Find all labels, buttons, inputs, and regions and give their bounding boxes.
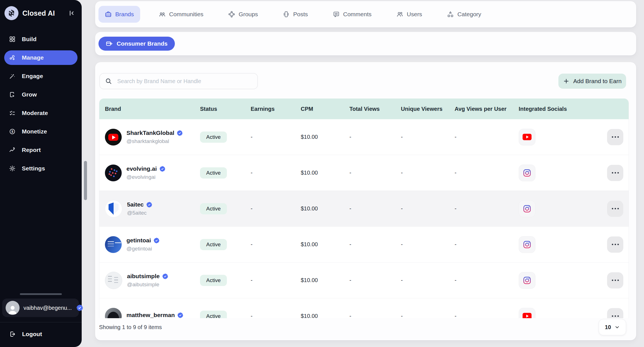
row-actions-button[interactable] <box>607 272 623 289</box>
table-row: SharkTankGlobal @sharktankglobal Active … <box>99 119 629 155</box>
unique-viewers-value: - <box>400 170 454 176</box>
sidebar-nav: Build Manage Engage Grow Moderate $ Mone… <box>0 32 82 176</box>
verified-badge-icon <box>76 304 83 311</box>
status-badge: Active <box>200 203 227 214</box>
cpm-value: $10.00 <box>300 277 349 283</box>
top-tabs-bar: Brands Communities Groups Posts Comments… <box>95 1 636 27</box>
logout-icon <box>9 331 16 337</box>
tab-category[interactable]: Category <box>441 6 487 23</box>
sidebar-item-manage[interactable]: Manage <box>4 50 77 65</box>
column-header-earnings: Earnings <box>250 106 300 112</box>
brand-name: evolving.ai <box>126 165 157 172</box>
row-actions-button[interactable] <box>607 129 623 145</box>
collapse-icon <box>68 10 75 17</box>
tab-groups[interactable]: Groups <box>222 6 264 23</box>
consumer-brands-label: Consumer Brands <box>117 40 168 47</box>
brand-avatar <box>105 308 122 318</box>
network-icon <box>228 11 235 18</box>
brand-handle: @sharktankglobal <box>126 138 183 144</box>
page-size-select[interactable]: 10 <box>599 319 626 335</box>
search-input[interactable] <box>117 73 257 89</box>
verified-badge-icon <box>159 166 165 172</box>
brand-cell: matthew_berman <box>99 308 199 318</box>
social-chip <box>519 165 535 181</box>
brand-handle: @evolvingai <box>126 174 165 180</box>
brand-name: getintoai <box>126 237 151 244</box>
cpm-value: $10.00 <box>300 134 349 140</box>
cpm-value: $10.00 <box>300 241 349 248</box>
total-views-value: - <box>349 170 400 176</box>
table-body: SharkTankGlobal @sharktankglobal Active … <box>99 119 629 318</box>
users-icon <box>396 11 403 18</box>
column-header-integrated-socials: Integrated Socials <box>518 106 587 112</box>
instagram-icon <box>523 169 531 177</box>
add-brand-button[interactable]: Add Brand to Earn <box>558 74 626 89</box>
cpm-value: $10.00 <box>300 170 349 176</box>
add-brand-label: Add Brand to Earn <box>573 78 622 85</box>
tab-label: Category <box>457 11 481 18</box>
total-views-value: - <box>349 205 400 212</box>
social-chip <box>519 129 535 146</box>
sidebar-item-build[interactable]: Build <box>4 32 77 46</box>
social-chip <box>519 272 535 289</box>
status-badge: Active <box>200 132 227 143</box>
row-actions-button[interactable] <box>607 165 623 181</box>
page-size-value: 10 <box>605 324 611 330</box>
verified-badge-icon <box>162 273 168 279</box>
filter-bar: Consumer Brands <box>95 32 636 55</box>
wallet-arrow-icon <box>106 40 113 47</box>
pagination-summary: Showing 1 to 9 of 9 items <box>99 324 162 330</box>
main-content: Brands Communities Groups Posts Comments… <box>82 0 644 347</box>
row-actions-button[interactable] <box>607 201 623 217</box>
row-actions-button[interactable] <box>607 308 623 318</box>
sidebar-collapse-button[interactable] <box>67 8 76 18</box>
brand-cell: aibutsimple @aibutsimple <box>99 272 199 289</box>
column-header-avg-views: Avg Views per User <box>454 106 518 112</box>
tab-label: Groups <box>239 11 258 18</box>
status-badge: Active <box>200 275 227 286</box>
sidebar-item-settings[interactable]: Settings <box>4 161 77 176</box>
instagram-icon <box>523 205 531 213</box>
tab-posts[interactable]: Posts <box>276 6 314 23</box>
logout-button[interactable]: Logout <box>0 322 82 347</box>
tab-brands[interactable]: Brands <box>98 6 140 23</box>
sidebar-item-label: Build <box>22 36 37 43</box>
resize-handle[interactable] <box>20 293 62 295</box>
user-avatar <box>6 301 20 315</box>
status-badge: Active <box>200 167 227 179</box>
sidebar-scrollbar[interactable] <box>84 161 87 200</box>
sidebar-item-label: Report <box>22 147 41 153</box>
trend-chart-icon <box>9 147 16 153</box>
table-row: getintoai @getintoai Active - $10.00 - -… <box>99 226 629 262</box>
brand-handle: @getintoai <box>126 246 159 252</box>
column-header-brand: Brand <box>99 106 199 112</box>
sidebar-item-label: Monetize <box>22 128 47 135</box>
tab-comments[interactable]: Comments <box>326 6 378 23</box>
brand-avatar <box>105 165 122 181</box>
earnings-value: - <box>250 241 300 248</box>
sidebar-item-report[interactable]: Report <box>4 143 77 157</box>
brand-name: SharkTankGlobal <box>126 130 174 136</box>
tab-users[interactable]: Users <box>390 6 428 23</box>
status-badge: Active <box>200 239 227 250</box>
earnings-value: - <box>250 205 300 212</box>
user-account-card[interactable]: vaibhav@begenu... <box>2 299 79 317</box>
sidebar-item-engage[interactable]: Engage <box>4 69 77 83</box>
column-header-unique-viewers: Unique Viewers <box>400 106 454 112</box>
tab-communities[interactable]: Communities <box>152 6 210 23</box>
sidebar: Closed AI Build Manage Engage Grow Moder… <box>0 0 82 347</box>
grid-icon <box>9 36 16 43</box>
row-actions-button[interactable] <box>607 236 623 253</box>
dollar-circle-icon: $ <box>9 128 16 135</box>
avg-views-value: - <box>454 205 518 212</box>
sidebar-item-monetize[interactable]: $ Monetize <box>4 124 77 139</box>
category-icon <box>447 11 454 18</box>
consumer-brands-button[interactable]: Consumer Brands <box>98 37 175 51</box>
unique-viewers-value: - <box>400 134 454 140</box>
app-title: Closed AI <box>22 9 55 17</box>
brand-avatar <box>105 200 122 217</box>
table-footer: Showing 1 to 9 of 9 items 10 <box>99 317 626 337</box>
sidebar-item-grow[interactable]: Grow <box>4 87 77 102</box>
sidebar-item-moderate[interactable]: Moderate <box>4 106 77 120</box>
social-chip <box>519 236 535 253</box>
